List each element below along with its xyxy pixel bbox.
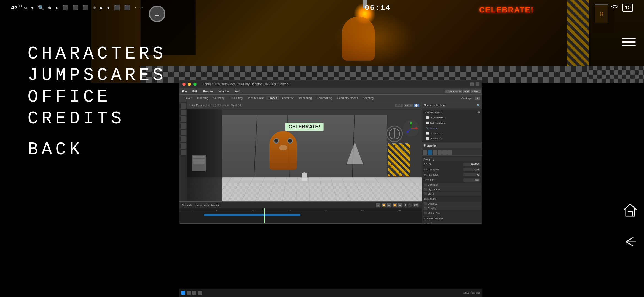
blender-tool-3[interactable] [181, 116, 186, 122]
blender-gizmo[interactable]: X Y Z [403, 120, 419, 137]
blender-tool-2[interactable] [181, 110, 186, 115]
battery-indicator: 15 [622, 4, 633, 12]
blender-menubar: File Edit Render Window Help Object Mode… [179, 88, 482, 95]
blender-properties-icons [422, 149, 482, 156]
outliner-row-ventilators2[interactable]: ⬜ Sc.Ventilators2 [423, 115, 481, 120]
blender-menu-file[interactable]: File [181, 90, 188, 93]
blender-outliner-title: Scene Collection [424, 104, 445, 107]
properties-icon-1[interactable] [423, 150, 427, 155]
blender-maximize-button[interactable] [193, 83, 197, 86]
timeline-btn-playback[interactable]: Playback [182, 204, 192, 206]
blender-tab-texture-paint[interactable]: Texture Paint [245, 96, 266, 100]
menu-item-credits[interactable]: CREDITS [28, 109, 167, 128]
blender-tool-7[interactable] [181, 143, 186, 148]
menu-item-characters[interactable]: CHARACTERS [28, 44, 167, 63]
render-section-motion-blur: ⬛ Simplify [423, 206, 481, 210]
blender-right-panel: Scene Collection 🔍 ▼ Scene Collection ⬜ … [422, 102, 482, 224]
menu-item-office[interactable]: OFFICE [28, 87, 167, 107]
timeline-current-frame[interactable]: 1 [404, 203, 407, 207]
timeline-btn-keying[interactable]: Keying [194, 204, 202, 206]
menu-back-button[interactable]: BACK [28, 140, 167, 160]
svg-text:Y: Y [410, 121, 412, 123]
signal-strength: 4GHD [11, 4, 22, 11]
blender-tab-modeling[interactable]: Modeling [195, 96, 211, 100]
blender-tool-1[interactable] [181, 103, 186, 109]
taskbar-start[interactable] [181, 291, 185, 295]
properties-icon-5[interactable] [442, 150, 447, 155]
timeline-start-frame[interactable]: 1 [408, 203, 412, 207]
outliner-row-ventilators[interactable]: ⬜ Gruff Ventilators [423, 120, 481, 125]
blender-playhead[interactable] [264, 208, 265, 224]
taskbar-icon-2[interactable] [192, 291, 196, 295]
outliner-row-christos2[interactable]: ⬜ Christos-200 [423, 136, 481, 141]
blender-tool-5[interactable] [181, 130, 186, 135]
timeline-btn-marker[interactable]: Marker [211, 204, 219, 206]
blender-timeline-track: 1 20 50 75 100 125 150 [179, 208, 422, 224]
outliner-row-christos1[interactable]: ⬜ Christos-200 [423, 131, 481, 136]
outliner-row-camera[interactable]: 📷 Camera [423, 126, 481, 131]
blender-menu-edit[interactable]: Edit [191, 90, 199, 93]
blender-menu-help[interactable]: Help [234, 90, 242, 93]
render-row-light-ratio: Light Ratio [423, 196, 481, 201]
outliner-row-scene[interactable]: ▼ Scene Collection [423, 110, 481, 115]
blender-window-title: Blender [C:\Users\LocalRawPlay\Desktop\U… [202, 82, 468, 86]
time-display: 06:14 [365, 4, 391, 12]
blender-timeline: Playback Keying View Marker ⏮ ⏪ ▶ ⏩ [179, 201, 422, 223]
notification-icons: ✉ ❋ 🔍 ⊕ ✕ ⬛ ⬛ ⬛ ⊕ ▶ ♦ ⬛ ⬛ ··· [24, 5, 145, 11]
render-section-volumes: ⬛ Lights [423, 192, 481, 196]
hamburger-line-2 [622, 41, 636, 43]
blender-tool-8[interactable] [181, 150, 186, 155]
time-limit-value[interactable]: LRC [463, 178, 480, 182]
render-row-curve-frames: Curve on Frames [423, 216, 481, 221]
noise-threshold-value[interactable]: 0.0100 [463, 163, 480, 166]
timeline-play-back[interactable]: ⏪ [382, 203, 386, 207]
min-samples-value[interactable]: 0 [463, 173, 480, 176]
blender-tab-scripting[interactable]: Scripting [361, 96, 376, 100]
render-section-denoising: ⬛ Denoiser [423, 183, 481, 187]
menu-item-jumpscares[interactable]: JUMPSCARES [28, 66, 167, 85]
blender-tab-compositing[interactable]: Compositing [315, 96, 334, 100]
properties-icon-3[interactable] [433, 150, 437, 155]
timeline-play[interactable]: ▶ [387, 203, 391, 207]
max-samples-value[interactable]: 1024 [463, 168, 480, 171]
svg-text:Z: Z [406, 131, 407, 133]
blender-tab-shading[interactable]: Layout [266, 96, 279, 100]
blender-tab-layout[interactable]: Layout [182, 96, 194, 100]
blender-tab-rendering[interactable]: Rendering [297, 96, 314, 100]
taskbar-icon-3[interactable] [198, 291, 202, 295]
blender-outliner-header: Scene Collection 🔍 [422, 102, 482, 109]
blender-minimize-button[interactable] [188, 83, 191, 86]
home-button[interactable] [622, 202, 638, 220]
menu-items-list: CHARACTERS JUMPSCARES OFFICE CREDITS [28, 44, 167, 129]
render-section-simplify: ⬛ Volumes [423, 202, 481, 206]
timeline-btn-view[interactable]: View [204, 204, 209, 206]
timeline-jump-end[interactable]: ⏭ [398, 203, 402, 207]
timeline-end-frame[interactable]: 250 [413, 203, 419, 207]
render-row-noise-threshold: 0.0100 0.0100 [423, 162, 481, 167]
blender-tab-geometry-nodes[interactable]: Geometry Nodes [335, 96, 360, 100]
back-button[interactable] [622, 235, 638, 250]
blender-tab-uv-editing[interactable]: UV Editing [227, 96, 245, 100]
blender-titlebar: Blender [C:\Users\LocalRawPlay\Desktop\U… [179, 80, 482, 88]
blender-tool-4[interactable] [181, 123, 186, 129]
timeline-play-forward[interactable]: ⏩ [393, 203, 397, 207]
render-row-max-samples: Max Samples 1024 [423, 167, 481, 172]
hamburger-menu-button[interactable] [622, 36, 636, 48]
blender-celebrate-sign: CELEBRATE! [285, 123, 324, 131]
properties-icon-4[interactable] [438, 150, 442, 155]
blender-render-settings: Sampling 0.0100 0.0100 Max Samples 1024 … [422, 156, 482, 224]
blender-tab-sculpting[interactable]: Sculpting [211, 96, 227, 100]
taskbar-icon-1[interactable] [187, 291, 191, 295]
timeline-jump-start[interactable]: ⏮ [376, 203, 380, 207]
properties-icon-6[interactable] [447, 150, 452, 155]
properties-icon-render[interactable] [428, 150, 432, 155]
blender-tab-animation[interactable]: Animation [280, 96, 296, 100]
second-label: second [424, 222, 480, 224]
hamburger-line-3 [622, 45, 636, 46]
blender-menu-window[interactable]: Window [218, 90, 230, 93]
blender-tool-6[interactable] [181, 136, 186, 142]
blender-menu-render[interactable]: Render [202, 90, 214, 93]
home-icon [622, 202, 638, 218]
max-samples-label: Max Samples [424, 168, 462, 171]
blender-close-button[interactable] [182, 83, 186, 86]
